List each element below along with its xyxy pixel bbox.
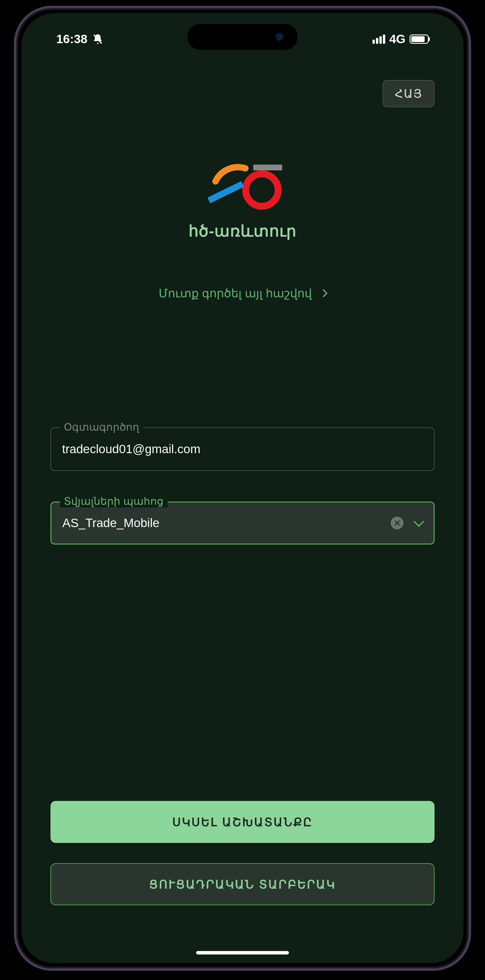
app-logo-icon xyxy=(198,153,287,210)
status-time: 16:38 xyxy=(56,32,87,46)
battery-icon xyxy=(410,35,429,44)
screen: 16:38 4G ՀԱՅ xyxy=(21,13,464,963)
db-field-label: Տվյալների պահոց xyxy=(60,495,168,508)
clear-icon[interactable]: ✕ xyxy=(391,517,404,530)
user-field-label: Օգտագործող xyxy=(60,421,143,433)
chevron-down-icon xyxy=(414,516,424,527)
db-select[interactable]: AS_Trade_Mobile ✕ xyxy=(51,501,434,544)
bell-silent-icon xyxy=(92,33,104,45)
alt-login-label: Մուտք գործել այլ հաշվով xyxy=(159,286,312,300)
db-field: Տվյալների պահոց AS_Trade_Mobile ✕ xyxy=(51,501,434,544)
network-label: 4G xyxy=(389,32,405,46)
svg-point-1 xyxy=(246,174,278,206)
svg-rect-0 xyxy=(253,165,282,170)
chevron-right-icon xyxy=(319,289,327,297)
phone-frame: 16:38 4G ՀԱՅ xyxy=(14,6,471,971)
signal-icon xyxy=(372,35,385,44)
volume-down xyxy=(14,309,16,364)
app-title: հծ-առևտուր xyxy=(188,222,297,240)
dynamic-island xyxy=(187,24,298,50)
home-indicator[interactable] xyxy=(196,951,289,955)
power-button xyxy=(469,295,471,382)
demo-button[interactable]: ՑՈՒՑԱԴՐԱԿԱՆ ՏԱՐԲԵՐԱԿ xyxy=(51,863,434,905)
svg-rect-2 xyxy=(207,181,244,204)
db-select-value: AS_Trade_Mobile xyxy=(62,516,160,530)
alt-login-link[interactable]: Մուտք գործել այլ հաշվով xyxy=(21,286,464,300)
user-field: Օգտագործող xyxy=(51,427,434,471)
user-input[interactable] xyxy=(51,427,434,471)
mute-switch xyxy=(14,182,16,208)
volume-up xyxy=(14,240,16,295)
language-button[interactable]: ՀԱՅ xyxy=(383,80,434,107)
start-button[interactable]: ՍԿՍԵԼ ԱՇԽԱՏԱՆՔԸ xyxy=(51,801,434,843)
